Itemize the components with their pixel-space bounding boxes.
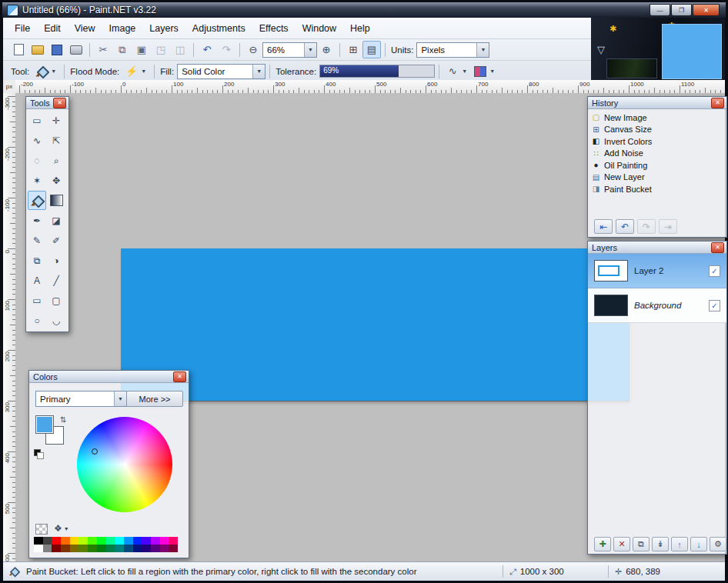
layers-close-icon[interactable]: ✕ [711,242,724,253]
history-close-icon[interactable]: ✕ [711,98,724,108]
pencil-tool[interactable]: ✎ [28,231,46,250]
palette-swatch[interactable] [78,545,88,552]
palette-swatch[interactable] [70,545,79,552]
chevron-down-icon[interactable]: ▼ [114,391,126,406]
layer-visibility-checkbox[interactable]: ✓ [709,265,720,277]
colors-close-icon[interactable]: ✕ [173,371,186,382]
reset-colors-icon[interactable] [34,449,44,459]
palette-swatch[interactable] [52,545,61,552]
layer-row[interactable]: Layer 2✓ [588,254,726,288]
add-layer[interactable]: ✚ [594,537,611,551]
menu-edit[interactable]: Edit [37,20,68,37]
undo-icon[interactable]: ↶ [198,41,216,58]
rounded-rectangle-tool[interactable]: ▢ [47,291,65,310]
antialiasing-icon[interactable]: ∿ [443,62,462,80]
flood-mode-icon[interactable]: ⚡ [122,62,141,80]
menu-help[interactable]: Help [343,20,377,37]
palette-swatch[interactable] [133,537,142,545]
rectangle-tool[interactable]: ▭ [28,291,46,310]
alpha-icon[interactable] [35,524,48,535]
palette-menu-button[interactable]: ❖ ▼ [54,523,69,534]
palette-swatch[interactable] [124,537,133,545]
chevron-down-icon[interactable]: ▼ [462,68,471,74]
color-wheel-marker[interactable] [92,448,98,455]
move-layer-down[interactable]: ↓ [690,537,707,551]
chevron-down-icon[interactable]: ▼ [304,43,316,57]
zoom-out-icon[interactable]: ⊖ [244,41,262,58]
history-item[interactable]: ◨Paint Bucket [591,183,723,195]
more-button[interactable]: More >> [126,391,183,407]
palette-swatch[interactable] [97,545,106,552]
chevron-down-icon[interactable]: ▼ [141,68,150,74]
clone-stamp-tool[interactable]: ⧉ [28,251,46,270]
save-file-icon[interactable] [48,41,66,58]
pan-tool[interactable]: ✥ [47,171,65,190]
menu-window[interactable]: Window [296,20,343,37]
line-curve-tool[interactable]: ╱ [47,271,65,290]
move-selection-tool[interactable]: ⇱ [47,131,65,150]
zoom-in-icon[interactable]: ⊕ [317,41,336,58]
tolerance-slider[interactable]: 69% [319,65,435,78]
palette-swatch[interactable] [142,537,151,545]
palette-swatch[interactable] [169,537,178,545]
history-undo[interactable]: ↶ [616,219,634,234]
history-rewind[interactable]: ⇤ [594,219,613,234]
print-icon[interactable] [67,41,85,58]
palette-swatch[interactable] [115,545,124,552]
fill-combobox[interactable]: Solid Color ▼ [177,64,265,79]
palette-swatch[interactable] [43,537,52,545]
menu-layers[interactable]: Layers [142,20,185,37]
delete-layer[interactable]: ✕ [613,537,630,551]
palette-swatch[interactable] [61,545,70,552]
history-item[interactable]: ◧Invert Colors [591,135,723,148]
history-item[interactable]: ●Oil Painting [591,159,723,172]
palette-swatch[interactable] [88,545,97,552]
layers-palette-titlebar[interactable]: Layers ✕ [588,242,726,254]
grid-toggle-icon[interactable]: ⊞ [344,41,362,58]
cut-icon[interactable]: ✂ [94,41,112,58]
close-button[interactable]: ✕ [693,4,720,16]
layer-visibility-checkbox[interactable]: ✓ [709,300,720,311]
title-bar[interactable]: Untitled (66%) - Paint.NET v3.22 —❐✕ [2,2,726,18]
duplicate-layer[interactable]: ⧉ [633,537,650,551]
move-selected-pixels-tool[interactable]: ✛ [47,111,65,130]
blend-mode-icon[interactable] [471,62,489,80]
palette-swatch[interactable] [142,545,151,552]
primary-color-swatch[interactable] [35,415,54,434]
active-image-thumbnail[interactable] [662,24,722,79]
menu-view[interactable]: View [68,20,102,37]
history-item[interactable]: ∷Add Noise [591,148,723,160]
menu-file[interactable]: File [8,20,37,37]
color-mode-combobox[interactable]: Primary ▼ [35,391,127,407]
color-wheel[interactable] [77,417,172,512]
history-item[interactable]: ⊞Canvas Size [591,124,723,136]
chevron-down-icon[interactable]: ▼ [51,68,60,74]
rulers-toggle-icon[interactable]: ▤ [362,41,381,58]
maximize-button[interactable]: ❐ [671,4,692,16]
active-tool-button[interactable] [32,62,51,80]
open-file-icon[interactable] [28,41,47,58]
menu-image[interactable]: Image [102,20,143,37]
layer-row[interactable]: Background✓ [588,288,726,323]
palette-swatch[interactable] [115,537,124,545]
palette-swatch[interactable] [160,545,169,552]
palette-swatch[interactable] [169,545,178,552]
palette-swatch[interactable] [97,537,106,545]
layer-properties[interactable]: ⚙ [710,537,726,551]
palette-swatch[interactable] [52,537,61,545]
paint-bucket-tool[interactable] [28,191,46,210]
palette-swatch[interactable] [106,545,115,552]
palette-swatch[interactable] [61,537,70,545]
ellipse-select-tool[interactable]: ◌ [28,151,46,170]
units-combobox[interactable]: Pixels ▼ [416,42,489,58]
recolor-tool[interactable]: ◑ [47,251,65,270]
palette-swatch[interactable] [124,545,133,552]
zoom-tool[interactable]: ⌕ [47,151,65,170]
merge-layer-down[interactable]: ↡ [652,537,669,551]
minimize-button[interactable]: — [650,4,670,16]
ellipse-tool[interactable]: ○ [28,311,46,330]
color-picker-tool[interactable]: ✐ [47,231,65,250]
chevron-down-icon[interactable]: ▼ [476,43,489,57]
palette-swatch[interactable] [70,537,79,545]
palette-swatch[interactable] [106,537,115,545]
